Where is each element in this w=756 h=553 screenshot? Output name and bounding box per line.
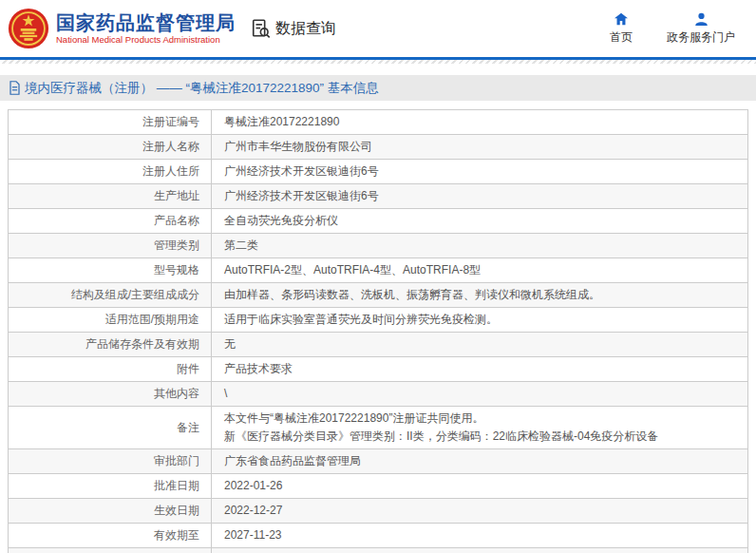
row-label: 结构及组成/主要组成成分 [9,283,212,307]
row-label: 备注 [9,407,212,448]
table-row: 结构及组成/主要组成成分由加样器、条形码读数器、洗板机、振荡孵育器、判读仪和微机… [9,283,747,308]
user-icon [694,12,709,26]
table-row: 备注本文件与“粤械注准20172221890”注册证共同使用。新《医疗器械分类目… [9,407,747,449]
data-query-label: 数据查询 [275,19,336,39]
row-label: 有效期至 [9,524,212,547]
row-label: 适用范围/预期用途 [9,308,212,332]
data-query-section[interactable]: 数据查询 [251,18,336,39]
row-value: 2022-12-27: 1、注册人名称由“广州市丰华生物工程有限公司”变更为“广… [212,548,747,553]
row-label: 管理类别 [9,234,212,257]
table-row: 注册证编号粤械注准20172221890 [9,110,747,135]
table-row: 型号规格AutoTRFIA-2型、AutoTRFIA-4型、AutoTRFIA-… [9,258,747,283]
row-value: 广州市丰华生物股份有限公司 [212,135,747,159]
page-header: 国家药品监督管理局 National Medical Products Admi… [0,0,756,57]
row-label: 生产地址 [9,184,212,208]
table-row: 注册人名称广州市丰华生物股份有限公司 [9,135,747,160]
table-row: 管理类别第二类 [9,234,747,258]
row-label: 注册人住所 [9,160,212,183]
document-icon [9,81,21,95]
row-value: 粤械注准20172221890 [212,110,747,134]
table-row: 产品名称全自动荧光免疫分析仪 [9,209,747,234]
info-table: 注册证编号粤械注准20172221890注册人名称广州市丰华生物股份有限公司注册… [8,109,748,553]
nav-home[interactable]: 首页 [610,12,633,46]
row-value: 适用于临床实验室普通荧光及时间分辨荧光免疫检测。 [212,308,747,332]
row-value: 2022-12-27 [212,499,747,523]
nav-home-label: 首页 [610,29,633,46]
row-value: 本文件与“粤械注准20172221890”注册证共同使用。新《医疗器械分类目录》… [212,407,747,448]
table-row: 注册人住所广州经济技术开发区银迪街6号 [9,160,747,184]
page-title: 境内医疗器械（注册） —— “粤械注准20172221890” 基本信息 [25,80,379,97]
zigzag-divider [0,60,756,64]
row-value: 无 [212,333,747,356]
row-label: 注册证编号 [9,110,212,134]
nav-service-portal[interactable]: 政务服务门户 [667,12,735,46]
row-value: 由加样器、条形码读数器、洗板机、振荡孵育器、判读仪和微机系统组成。 [212,283,747,307]
row-value: \ [212,382,747,406]
table-row: 附件产品技术要求 [9,357,747,382]
table-row: 生效日期2022-12-27 [9,499,747,524]
table-row: 有效期至2027-11-23 [9,524,747,548]
row-label: 注册人名称 [9,135,212,159]
table-row: 生产地址广州经济技术开发区银迪街6号 [9,184,747,209]
row-label: 审批部门 [9,449,212,473]
table-row: 产品储存条件及有效期无 [9,333,747,357]
org-identity: 国家药品监督管理局 National Medical Products Admi… [56,12,236,45]
data-search-icon [251,18,272,39]
row-value: 广东省食品药品监督管理局 [212,449,747,473]
row-value: 第二类 [212,234,747,257]
table-row: 适用范围/预期用途适用于临床实验室普通荧光及时间分辨荧光免疫检测。 [9,308,747,333]
table-row: 审批部门广东省食品药品监督管理局 [9,449,747,474]
row-value: 2027-11-23 [212,524,747,547]
row-value: 产品技术要求 [212,357,747,381]
top-nav: 首页 政务服务门户 [610,12,756,46]
org-title: 国家药品监督管理局 [56,12,236,33]
row-value: 广州经济技术开发区银迪街6号 [212,184,747,208]
home-icon [614,12,629,26]
row-label: 变更情况 [9,548,212,553]
breadcrumb: 境内医疗器械（注册） —— “粤械注准20172221890” 基本信息 [0,75,756,101]
row-label: 批准日期 [9,474,212,498]
table-row: 批准日期2022-01-26 [9,474,747,499]
row-value: 2022-01-26 [212,474,747,498]
row-value: AutoTRFIA-2型、AutoTRFIA-4型、AutoTRFIA-8型 [212,258,747,282]
row-label: 其他内容 [9,382,212,406]
org-subtitle: National Medical Products Administration [56,35,236,45]
row-label: 型号规格 [9,258,212,282]
row-label: 生效日期 [9,499,212,523]
row-label: 附件 [9,357,212,381]
table-row: 变更情况2022-12-27: 1、注册人名称由“广州市丰华生物工程有限公司”变… [9,548,747,553]
row-value: 全自动荧光免疫分析仪 [212,209,747,233]
table-row: 其他内容\ [9,382,747,407]
row-label: 产品名称 [9,209,212,233]
row-value: 广州经济技术开发区银迪街6号 [212,160,747,183]
nav-service-portal-label: 政务服务门户 [667,29,735,46]
national-emblem-icon [8,8,49,49]
row-label: 产品储存条件及有效期 [9,333,212,356]
